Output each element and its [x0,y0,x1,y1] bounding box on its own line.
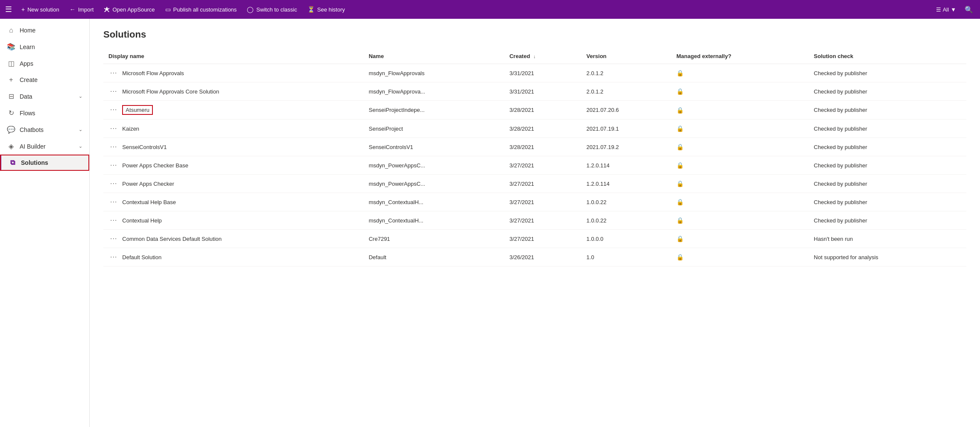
table-row[interactable]: ···Microsoft Flow Approvalsmsdyn_FlowApp… [103,64,966,82]
display-name-text: Microsoft Flow Approvals Core Solution [122,88,219,95]
sidebar-item-learn[interactable]: 📚 Learn [0,38,89,55]
import-button[interactable]: ← Import [65,4,98,15]
filter-button[interactable]: ☰ All ▼ [933,5,960,15]
cell-solution-check: Checked by publisher [809,138,966,156]
cell-display-name: ···Power Apps Checker [103,175,363,193]
display-name-text: Kaizen [122,126,139,132]
sidebar-item-chatbots[interactable]: 💬 Chatbots ⌄ [0,121,89,138]
table-row[interactable]: ···KaizenSenseiProject3/28/20212021.07.1… [103,120,966,138]
cell-created: 3/31/2021 [504,82,581,101]
cell-display-name: ···SenseiControlsV1 [103,138,363,156]
cell-name: SenseiControlsV1 [363,138,504,156]
col-header-solution-check: Solution check [809,49,966,64]
cell-created: 3/27/2021 [504,230,581,248]
row-more-button[interactable]: ··· [108,161,119,170]
row-more-button[interactable]: ··· [108,87,119,96]
chevron-down-icon: ▼ [951,6,956,13]
see-history-button[interactable]: ⏳ See history [303,4,349,15]
cell-version: 1.2.0.114 [581,156,671,175]
display-name-text: Default Solution [122,254,161,260]
cell-solution-check: Hasn't been run [809,230,966,248]
cell-display-name: ···Contextual Help Base [103,193,363,211]
lock-icon: 🔒 [676,180,684,187]
cell-solution-check: Checked by publisher [809,211,966,230]
cell-display-name: ···Kaizen [103,120,363,138]
row-more-button[interactable]: ··· [108,234,119,243]
cell-name: Cre7291 [363,230,504,248]
col-header-created[interactable]: Created ↓ [504,49,581,64]
cell-version: 2021.07.19.2 [581,138,671,156]
table-row[interactable]: ···Microsoft Flow Approvals Core Solutio… [103,82,966,101]
table-row[interactable]: ···Contextual Helpmsdyn_ContextualH...3/… [103,211,966,230]
cell-managed: 🔒 [671,101,809,120]
cell-managed: 🔒 [671,248,809,266]
cell-name: msdyn_ContextualH... [363,193,504,211]
col-header-display-name: Display name [103,49,363,64]
data-icon: ⊟ [7,92,15,100]
switch-icon: ◯ [247,6,254,13]
cell-managed: 🔒 [671,230,809,248]
sidebar-item-apps[interactable]: ◫ Apps [0,55,89,72]
menu-icon[interactable]: ☰ [5,5,12,14]
cell-version: 2.0.1.2 [581,82,671,101]
cell-managed: 🔒 [671,211,809,230]
cell-managed: 🔒 [671,64,809,82]
new-solution-button[interactable]: + New solution [17,4,64,15]
ai-builder-icon: ◈ [7,142,15,150]
sidebar-item-solutions[interactable]: ⧉ Solutions [0,155,89,171]
cell-display-name: ···Contextual Help [103,211,363,230]
table-row[interactable]: ···Power Apps Checker Basemsdyn_PowerApp… [103,156,966,175]
cell-display-name: ···Microsoft Flow Approvals [103,64,363,82]
plus-icon: + [21,6,25,13]
sidebar-item-home[interactable]: ⌂ Home [0,22,89,38]
lock-icon: 🔒 [676,162,684,169]
cell-name: msdyn_ContextualH... [363,211,504,230]
table-row[interactable]: ···Power Apps Checkermsdyn_PowerAppsC...… [103,175,966,193]
cell-version: 2021.07.19.1 [581,120,671,138]
cell-managed: 🔒 [671,193,809,211]
sidebar-item-create[interactable]: + Create [0,72,89,88]
row-more-button[interactable]: ··· [108,68,119,78]
lock-icon: 🔒 [676,70,684,76]
row-more-button[interactable]: ··· [108,142,119,152]
col-header-managed: Managed externally? [671,49,809,64]
row-more-button[interactable]: ··· [108,105,119,114]
open-appsource-button[interactable]: 🟊 Open AppSource [99,4,159,15]
row-more-button[interactable]: ··· [108,197,119,207]
row-more-button[interactable]: ··· [108,179,119,188]
table-row[interactable]: ···AtsumeruSenseiProjectIndepe...3/28/20… [103,101,966,120]
create-icon: + [7,76,15,84]
sidebar-item-flows[interactable]: ↻ Flows [0,105,89,121]
table-header: Display name Name Created ↓ Version Mana… [103,49,966,64]
cell-managed: 🔒 [671,156,809,175]
cell-name: msdyn_PowerAppsC... [363,175,504,193]
row-more-button[interactable]: ··· [108,124,119,133]
lock-icon: 🔒 [676,235,684,242]
solutions-icon: ⧉ [8,159,17,167]
lock-icon: 🔒 [676,254,684,260]
table-row[interactable]: ···Common Data Services Default Solution… [103,230,966,248]
cell-name: msdyn_FlowApprova... [363,82,504,101]
lock-icon: 🔒 [676,125,684,132]
table-row[interactable]: ···Contextual Help Basemsdyn_ContextualH… [103,193,966,211]
cell-created: 3/28/2021 [504,120,581,138]
publish-all-button[interactable]: ▭ Publish all customizations [161,4,241,15]
search-icon[interactable]: 🔍 [963,4,975,15]
row-more-button[interactable]: ··· [108,216,119,225]
cell-managed: 🔒 [671,175,809,193]
cell-created: 3/27/2021 [504,193,581,211]
cell-created: 3/28/2021 [504,138,581,156]
col-header-name: Name [363,49,504,64]
table-row[interactable]: ···Default SolutionDefault3/26/20211.0🔒N… [103,248,966,266]
lock-icon: 🔒 [676,88,684,95]
cell-name: SenseiProject [363,120,504,138]
table-row[interactable]: ···SenseiControlsV1SenseiControlsV13/28/… [103,138,966,156]
switch-classic-button[interactable]: ◯ Switch to classic [243,4,301,15]
sidebar-item-data[interactable]: ⊟ Data ⌄ [0,88,89,105]
cell-managed: 🔒 [671,138,809,156]
row-more-button[interactable]: ··· [108,252,119,262]
sidebar-item-ai-builder[interactable]: ◈ AI Builder ⌄ [0,138,89,155]
top-bar-right: ☰ All ▼ 🔍 [933,4,975,15]
cell-solution-check: Checked by publisher [809,193,966,211]
cell-name: msdyn_PowerAppsC... [363,156,504,175]
